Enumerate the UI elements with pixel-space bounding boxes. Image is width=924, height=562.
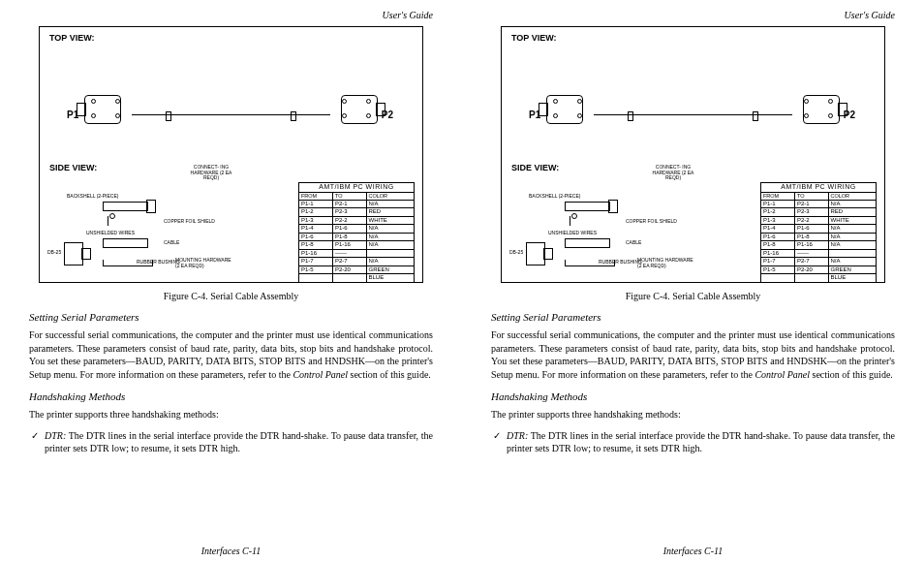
note-backshell: BACKSHELL (2-PIECE) bbox=[67, 194, 118, 200]
figure-box: TOP VIEW: SIDE VIEW: P1 P2 CONNECT- ING … bbox=[501, 26, 885, 283]
page-left: User's Guide TOP VIEW: SIDE VIEW: P1 P2 … bbox=[0, 0, 462, 562]
section-serial-title: Setting Serial Parameters bbox=[491, 311, 895, 323]
dtr-item: ✓ DTR: The DTR lines in the serial inter… bbox=[31, 429, 433, 455]
top-view-label: TOP VIEW: bbox=[511, 33, 557, 43]
table-row: P1-7P2-7N/A bbox=[299, 258, 415, 266]
figure-caption: Figure C-4. Serial Cable Assembly bbox=[29, 291, 433, 301]
table-row: P1-20P2-5YELLOW bbox=[299, 282, 415, 283]
section-serial-body: For successful serial communications, th… bbox=[29, 328, 433, 381]
page-header: User's Guide bbox=[491, 10, 895, 20]
connector-p1-top bbox=[539, 95, 592, 122]
table-row: P1-8P1-16N/A bbox=[299, 241, 415, 250]
figure-caption: Figure C-4. Serial Cable Assembly bbox=[491, 291, 895, 301]
wiring-table: AMT/IBM PC WIRING FROM TO COLOR P1-1P2-1… bbox=[298, 182, 415, 283]
section-handshake-title: Handshaking Methods bbox=[29, 390, 433, 402]
note-copper: COPPER FOIL SHIELD bbox=[164, 219, 215, 225]
table-row: P1-2P2-3RED bbox=[299, 208, 415, 217]
handshake-intro: The printer supports three handshaking m… bbox=[491, 408, 895, 422]
table-row: P1-1P2-1N/A bbox=[761, 200, 877, 208]
p1-label: P1 bbox=[529, 109, 540, 120]
connector-p2-top bbox=[794, 95, 847, 122]
wiring-rows: P1-1P2-1N/AP1-2P2-3REDP1-3P2-2WHITEP1-4P… bbox=[299, 200, 415, 283]
check-icon: ✓ bbox=[493, 429, 501, 455]
document-spread: User's Guide TOP VIEW: SIDE VIEW: P1 P2 … bbox=[0, 0, 924, 562]
table-row: P1-3P2-2WHITE bbox=[299, 216, 415, 225]
table-row: P1-1P2-1N/A bbox=[299, 200, 415, 208]
side-view-label: SIDE VIEW: bbox=[511, 163, 559, 172]
page-right: User's Guide TOP VIEW: SIDE VIEW: P1 P2 … bbox=[462, 0, 924, 562]
note-connect-hw: CONNECT- ING HARDWARE (2 EA REQD) bbox=[649, 165, 697, 181]
table-row: P1-2P2-3RED bbox=[761, 208, 877, 217]
note-unshielded: UNSHIELDED WIRES bbox=[86, 231, 135, 236]
note-mount: MOUNTING HARDWARE (2 EA REQD) bbox=[175, 258, 233, 268]
note-cable: CABLE bbox=[164, 240, 179, 246]
figure-box: TOP VIEW: SIDE VIEW: P1 P2 CONNECT- ING … bbox=[39, 26, 423, 283]
side-view-drawing: CONNECT- ING HARDWARE (2 EA REQD) BACKSH… bbox=[511, 182, 695, 274]
table-row: P1-3P2-2WHITE bbox=[761, 216, 877, 225]
page-footer: Interfaces C-11 bbox=[0, 546, 462, 556]
note-mount: MOUNTING HARDWARE (2 EA REQD) bbox=[637, 258, 695, 268]
note-db25: DB-25 bbox=[47, 250, 61, 256]
col-from: FROM bbox=[299, 192, 333, 200]
col-color: COLOR bbox=[366, 192, 414, 200]
section-serial-body: For successful serial communications, th… bbox=[491, 328, 895, 381]
cable-line bbox=[594, 114, 792, 116]
wiring-table-title: AMT/IBM PC WIRING bbox=[299, 183, 415, 193]
table-row: P1-5P2-20GREEN bbox=[299, 265, 415, 274]
col-from: FROM bbox=[761, 192, 795, 200]
section-serial-title: Setting Serial Parameters bbox=[29, 311, 433, 323]
table-row: P1-5P2-20GREEN bbox=[761, 265, 877, 274]
table-row: P1-16------ bbox=[299, 249, 415, 258]
table-row: P1-6P1-8N/A bbox=[761, 233, 877, 241]
table-row: P1-16------ bbox=[761, 249, 877, 258]
col-color: COLOR bbox=[828, 192, 876, 200]
p2-label: P2 bbox=[382, 109, 393, 120]
p1-label: P1 bbox=[67, 109, 78, 120]
page-footer: Interfaces C-11 bbox=[462, 546, 924, 556]
handshake-intro: The printer supports three handshaking m… bbox=[29, 408, 433, 422]
top-view-label: TOP VIEW: bbox=[49, 33, 95, 43]
check-icon: ✓ bbox=[31, 429, 39, 455]
wiring-table: AMT/IBM PC WIRING FROM TO COLOR P1-1P2-1… bbox=[760, 182, 877, 283]
note-connect-hw: CONNECT- ING HARDWARE (2 EA REQD) bbox=[187, 165, 235, 181]
wiring-rows: P1-1P2-1N/AP1-2P2-3REDP1-3P2-2WHITEP1-4P… bbox=[761, 200, 877, 283]
table-row: BLUE bbox=[299, 274, 415, 283]
page-header: User's Guide bbox=[29, 10, 433, 20]
col-to: TO bbox=[794, 192, 828, 200]
table-row: P1-7P2-7N/A bbox=[761, 258, 877, 266]
connector-p2-top bbox=[332, 95, 385, 122]
table-row: P1-8P1-16N/A bbox=[761, 241, 877, 250]
table-row: P1-4P1-6N/A bbox=[299, 225, 415, 234]
connector-p1-top bbox=[77, 95, 130, 122]
note-backshell: BACKSHELL (2-PIECE) bbox=[529, 194, 580, 200]
section-handshake-title: Handshaking Methods bbox=[491, 390, 895, 402]
cable-line bbox=[132, 114, 330, 116]
note-copper: COPPER FOIL SHIELD bbox=[626, 219, 677, 225]
note-cable: CABLE bbox=[626, 240, 641, 246]
side-view-drawing: CONNECT- ING HARDWARE (2 EA REQD) BACKSH… bbox=[49, 182, 233, 274]
note-db25: DB-25 bbox=[509, 250, 523, 256]
table-row: P1-4P1-6N/A bbox=[761, 225, 877, 234]
wiring-table-title: AMT/IBM PC WIRING bbox=[761, 183, 877, 193]
note-unshielded: UNSHIELDED WIRES bbox=[548, 231, 597, 236]
dtr-item: ✓ DTR: The DTR lines in the serial inter… bbox=[493, 429, 895, 455]
p2-label: P2 bbox=[844, 109, 855, 120]
table-row: P1-6P1-8N/A bbox=[299, 233, 415, 241]
table-row: BLUE bbox=[761, 274, 877, 283]
table-row: P1-20P2-5YELLOW bbox=[761, 282, 877, 283]
col-to: TO bbox=[332, 192, 366, 200]
side-view-label: SIDE VIEW: bbox=[49, 163, 97, 172]
